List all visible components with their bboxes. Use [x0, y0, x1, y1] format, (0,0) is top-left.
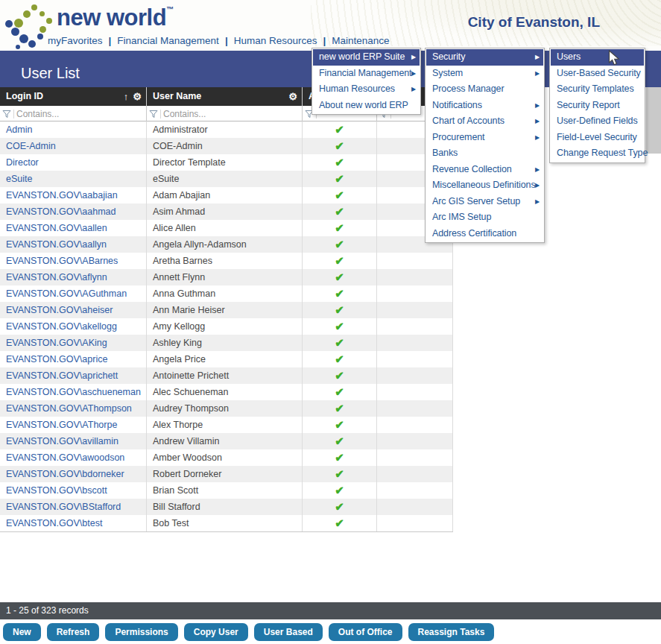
table-row[interactable]: EVANSTON.GOV\apriceAngela Price✔ — [0, 351, 453, 367]
table-row[interactable]: COE-AdminCOE-Admin✔ — [0, 138, 453, 154]
menu-item-banks[interactable]: Banks — [426, 145, 543, 162]
table-row[interactable]: EVANSTON.GOV\aschuenemanAlec Schueneman✔ — [0, 384, 453, 400]
menu-item-about-new-world-erp[interactable]: About new world ERP — [313, 98, 420, 114]
out-of-office-button[interactable]: Out of Office — [329, 623, 402, 641]
active-check-icon: ✔ — [335, 156, 344, 168]
active-cell: ✔ — [303, 302, 377, 318]
login-id-link[interactable]: eSuite — [0, 171, 147, 187]
column-header-user-name[interactable]: User Name ⚙ — [147, 87, 303, 106]
menu-item-arc-gis-server-setup[interactable]: Arc GIS Server Setup▶ — [426, 194, 543, 210]
menu-item-notifications[interactable]: Notifications▶ — [426, 98, 543, 114]
table-row[interactable]: EVANSTON.GOV\aahmadAsim Ahmad✔ — [0, 203, 453, 220]
menu-item-users[interactable]: Users — [551, 49, 644, 66]
table-row[interactable]: EVANSTON.GOV\aallynAngela Allyn-Adamson✔ — [0, 236, 453, 253]
table-row[interactable]: EVANSTON.GOV\bscottBrian Scott✔ — [0, 482, 453, 499]
permissions-button[interactable]: Permissions — [105, 623, 177, 641]
login-id-link[interactable]: EVANSTON.GOV\akellogg — [0, 318, 147, 335]
table-row[interactable]: EVANSTON.GOV\awoodsonAmber Woodson✔ — [0, 449, 453, 466]
table-row[interactable]: EVANSTON.GOV\btestBob Test✔ — [0, 515, 453, 531]
menu-item-security[interactable]: Security▶ — [426, 49, 543, 66]
copy-user-button[interactable]: Copy User — [184, 623, 248, 641]
table-row[interactable]: eSuiteeSuite✔ — [0, 171, 453, 187]
table-row[interactable]: EVANSTON.GOV\aprichettAntoinette Prichet… — [0, 367, 453, 384]
menu-item-security-report[interactable]: Security Report — [551, 98, 644, 114]
login-id-link[interactable]: EVANSTON.GOV\aheiser — [0, 302, 147, 318]
column-settings-icon[interactable]: ⚙ — [133, 87, 142, 106]
menu-item-financial-management[interactable]: Financial Management▶ — [313, 66, 420, 82]
login-id-link[interactable]: EVANSTON.GOV\ABarnes — [0, 253, 147, 269]
login-id-link[interactable]: EVANSTON.GOV\bdorneker — [0, 466, 147, 482]
menu-item-change-request-type[interactable]: Change Request Type — [551, 145, 644, 162]
login-id-link[interactable]: EVANSTON.GOV\BStafford — [0, 499, 147, 515]
nav-item-financial-management[interactable]: Financial Management — [116, 35, 221, 46]
submenu-arrow-icon: ▶ — [535, 177, 540, 194]
menu-item-security-templates[interactable]: Security Templates — [551, 81, 644, 98]
nav-item-myfavorites[interactable]: myFavorites — [46, 35, 104, 46]
table-row[interactable]: DirectorDirector Template✔ — [0, 154, 453, 171]
login-id-filter-input[interactable] — [16, 109, 121, 119]
table-row[interactable]: EVANSTON.GOV\bdornekerRobert Dorneker✔ — [0, 466, 453, 482]
login-id-link[interactable]: COE-Admin — [0, 138, 147, 154]
user-name-filter-input[interactable] — [163, 109, 268, 119]
login-id-link[interactable]: Director — [0, 154, 147, 171]
login-id-link[interactable]: EVANSTON.GOV\aahmad — [0, 203, 147, 220]
user-name-cell: Audrey Thompson — [147, 400, 303, 417]
table-row[interactable]: EVANSTON.GOV\AThompsonAudrey Thompson✔ — [0, 400, 453, 417]
table-row[interactable]: EVANSTON.GOV\aflynnAnnett Flynn✔ — [0, 269, 453, 285]
login-id-link[interactable]: EVANSTON.GOV\aflynn — [0, 269, 147, 285]
menu-item-system[interactable]: System▶ — [426, 66, 543, 82]
menu-item-user-defined-fields[interactable]: User-Defined Fields — [551, 113, 644, 130]
user-based-button[interactable]: User Based — [254, 623, 323, 641]
menu-item-human-resources[interactable]: Human Resources▶ — [313, 81, 420, 98]
table-row[interactable]: EVANSTON.GOV\aallenAlice Allen✔ — [0, 220, 453, 236]
menu-item-field-level-security[interactable]: Field-Level Security — [551, 130, 644, 146]
login-id-link[interactable]: EVANSTON.GOV\AThorpe — [0, 417, 147, 433]
refresh-button[interactable]: Refresh — [47, 623, 100, 641]
login-id-link[interactable]: EVANSTON.GOV\bscott — [0, 482, 147, 499]
table-row[interactable]: EVANSTON.GOV\akelloggAmy Kellogg✔ — [0, 318, 453, 335]
nav-item-maintenance[interactable]: Maintenance — [330, 35, 390, 46]
table-row[interactable]: EVANSTON.GOV\AKingAshley King✔ — [0, 335, 453, 351]
menu-item-new-world-erp-suite[interactable]: new world ERP Suite▶ — [313, 49, 420, 66]
new-button[interactable]: New — [3, 623, 41, 641]
table-row[interactable]: EVANSTON.GOV\aheiserAnn Marie Heiser✔ — [0, 302, 453, 318]
submenu-arrow-icon: ▶ — [535, 49, 540, 66]
login-id-link[interactable]: EVANSTON.GOV\awoodson — [0, 449, 147, 466]
menu-item-process-manager[interactable]: Process Manager — [426, 81, 543, 98]
menu-item-revenue-collection[interactable]: Revenue Collection▶ — [426, 162, 543, 178]
table-row[interactable]: EVANSTON.GOV\ABarnesAretha Barnes✔ — [0, 253, 453, 269]
login-id-link[interactable]: EVANSTON.GOV\btest — [0, 515, 147, 531]
login-id-link[interactable]: EVANSTON.GOV\aprice — [0, 351, 147, 367]
login-id-link[interactable]: EVANSTON.GOV\aabajian — [0, 187, 147, 203]
column-header-login-id[interactable]: Login ID ↑ ⚙ — [0, 87, 147, 106]
column-settings-icon[interactable]: ⚙ — [288, 87, 297, 106]
table-row[interactable]: EVANSTON.GOV\AThorpeAlex Thorpe✔ — [0, 417, 453, 433]
vertical-scrollbar-thumb[interactable] — [646, 87, 661, 154]
filter-funnel-icon[interactable] — [2, 110, 14, 119]
table-row[interactable]: EVANSTON.GOV\AGuthmanAnna Guthman✔ — [0, 285, 453, 302]
login-id-link[interactable]: EVANSTON.GOV\aallen — [0, 220, 147, 236]
login-id-link[interactable]: EVANSTON.GOV\aallyn — [0, 236, 147, 253]
login-id-link[interactable]: EVANSTON.GOV\aprichett — [0, 367, 147, 384]
menu-item-arc-ims-setup[interactable]: Arc IMS Setup — [426, 209, 543, 226]
extra-cell — [377, 285, 453, 302]
menu-item-user-based-security[interactable]: User-Based Security — [551, 66, 644, 82]
login-id-link[interactable]: EVANSTON.GOV\avillamin — [0, 433, 147, 449]
login-id-link[interactable]: EVANSTON.GOV\AKing — [0, 335, 147, 351]
reassign-tasks-button[interactable]: Reassign Tasks — [408, 623, 495, 641]
login-id-link[interactable]: Admin — [0, 121, 147, 138]
menu-item-chart-of-accounts[interactable]: Chart of Accounts▶ — [426, 113, 543, 130]
menu-item-procurement[interactable]: Procurement▶ — [426, 130, 543, 146]
login-id-link[interactable]: EVANSTON.GOV\AGuthman — [0, 285, 147, 302]
menu-item-miscellaneous-definitions[interactable]: Miscellaneous Definitions▶ — [426, 177, 543, 194]
table-row[interactable]: EVANSTON.GOV\avillaminAndrew Villamin✔ — [0, 433, 453, 449]
table-row[interactable]: EVANSTON.GOV\BStaffordBill Stafford✔ — [0, 499, 453, 515]
table-row[interactable]: EVANSTON.GOV\aabajianAdam Abajian✔ — [0, 187, 453, 203]
table-row[interactable]: AdminAdministrator✔ — [0, 121, 453, 138]
menu-item-address-certification[interactable]: Address Certification — [426, 226, 543, 242]
nav-item-human-resources[interactable]: Human Resources — [233, 35, 319, 46]
filter-funnel-icon[interactable] — [149, 110, 161, 119]
sort-asc-icon[interactable]: ↑ — [124, 87, 129, 106]
login-id-link[interactable]: EVANSTON.GOV\AThompson — [0, 400, 147, 417]
login-id-link[interactable]: EVANSTON.GOV\aschueneman — [0, 384, 147, 400]
